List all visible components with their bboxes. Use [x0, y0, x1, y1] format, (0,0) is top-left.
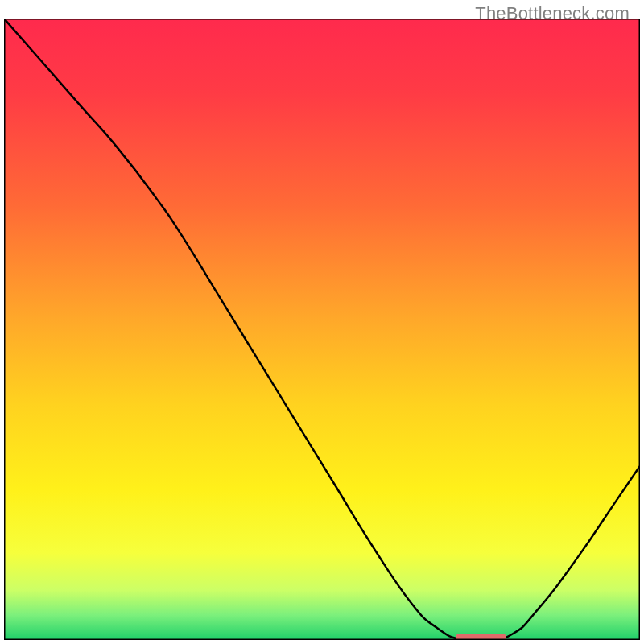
- chart-container: TheBottleneck.com: [0, 0, 644, 644]
- bottleneck-chart: [4, 19, 640, 640]
- svg-rect-0: [4, 19, 640, 640]
